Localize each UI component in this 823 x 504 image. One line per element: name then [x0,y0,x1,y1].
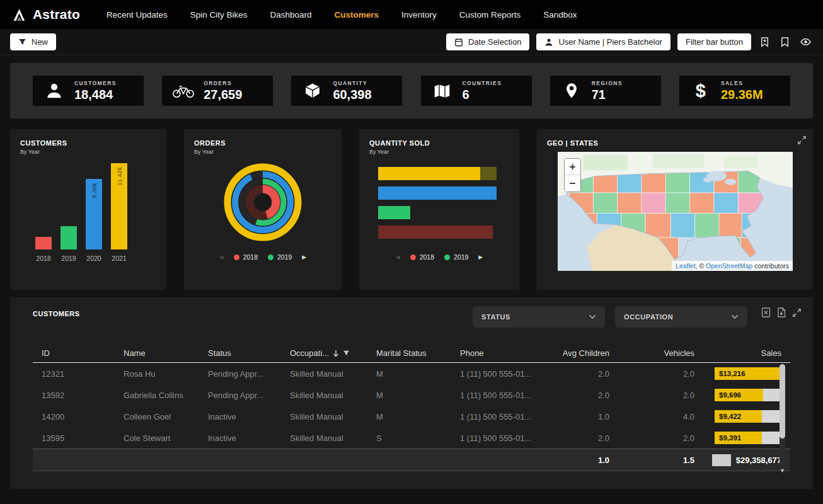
date-selection-button[interactable]: Date Selection [446,33,530,50]
zoom-in-button[interactable]: + [565,159,580,175]
zoom-out-button[interactable]: − [565,175,580,192]
cell-phone: 1 (11) 500 555-01... [460,412,548,421]
hbar-2019[interactable] [378,206,497,219]
nav-recent-updates[interactable]: Recent Updates [106,10,168,20]
openstreetmap-link[interactable]: OpenStreetMap [706,262,752,270]
bar-value-label: 9.30k [91,183,98,198]
table-scrollbar[interactable] [780,364,785,467]
status-filter-dropdown[interactable]: STATUS [473,306,605,328]
filter-bar-label: Filter bar button [686,37,743,47]
table-row[interactable]: 13595Cole StewartInactiveSkilled ManualS… [33,427,790,449]
export-file-button[interactable] [777,307,786,318]
eye-icon [800,37,812,47]
legend-item-2019[interactable]: 2019 [444,253,468,261]
nav-sandbox[interactable]: Sandbox [543,10,577,20]
kpi-value: 18,484 [74,88,117,102]
legend-prev-arrow[interactable]: ◀ [396,254,400,260]
kpi-strip: CUSTOMERS 18,484 ORDERS 27,659 QUANTITY … [10,63,813,118]
hbar-2018[interactable] [378,226,497,239]
col-sales[interactable]: Sales [694,348,790,358]
bookmark-add-button[interactable] [758,35,771,49]
legend-item-2018[interactable]: 2018 [234,253,258,261]
attribution-suffix: contributors [752,262,789,270]
dollar-icon: $ [689,81,712,101]
kpi-label: REGIONS [592,80,623,86]
kpi-orders[interactable]: ORDERS 27,659 [162,76,273,106]
hbar-2020[interactable] [378,186,497,200]
legend-prev-arrow[interactable]: ◀ [219,254,224,260]
cell-marital-status: S [376,433,460,443]
user-button[interactable]: User Name | Piers Batchelor [536,33,670,50]
col-avg-children[interactable]: Avg Children [548,348,609,358]
kpi-quantity[interactable]: QUANTITY 60,398 [291,76,402,106]
orders-legend: ◀20182019▶ [184,253,342,261]
cell-id: 12321 [33,369,124,379]
sort-descending-icon[interactable] [333,350,339,357]
customers-by-year-panel: CUSTOMERS By Year 201820199.30k202011.42… [10,129,166,290]
scroll-down-arrow[interactable]: ▼ [780,467,785,474]
nav-spin-city-bikes[interactable]: Spin City Bikes [190,10,248,20]
bar-value-label: 11.42k [116,167,123,186]
col-phone[interactable]: Phone [460,348,548,358]
kpi-label: ORDERS [204,80,242,86]
col-marital-status[interactable]: Marital Status [376,348,460,358]
cell-avg-children: 2.0 [548,391,609,400]
col-id[interactable]: ID [33,348,124,358]
legend-dot [234,255,239,260]
filter-bar-button[interactable]: Filter bar button [677,33,751,50]
expand-icon[interactable] [792,308,802,318]
geo-map[interactable]: + − Leaflet, © OpenStreetMap contributor… [558,152,793,271]
nav-inventory[interactable]: Inventory [401,10,437,20]
brand[interactable]: Astrato [11,7,80,23]
cell-avg-children: 1.0 [548,412,609,421]
x-axis-label: 2019 [61,255,76,262]
table-row[interactable]: 12321Rosa HuPending Appr...Skilled Manua… [33,363,790,384]
nav-customers[interactable]: Customers [335,10,379,20]
leaflet-link[interactable]: Leaflet [676,262,696,270]
kpi-regions[interactable]: REGIONS 71 [550,76,661,106]
orders-donut-chart[interactable] [219,158,307,246]
nav-dashboard[interactable]: Dashboard [270,10,312,20]
legend-item-2019[interactable]: 2019 [268,253,292,261]
bar-2021[interactable]: 11.42k2021 [111,152,127,262]
col-vehicles[interactable]: Vehicles [609,348,694,358]
cell-marital-status: M [376,412,460,421]
cell-vehicles: 2.0 [609,433,694,443]
kpi-countries[interactable]: COUNTRIES 6 [421,76,532,106]
bar-2018[interactable]: 2018 [35,152,52,262]
table-row[interactable]: 13592Gabriella CollinsPending Appr...Ski… [33,384,790,406]
x-axis-label: 2018 [36,255,50,262]
legend-item-2018[interactable]: 2018 [410,253,434,261]
cell-sales: $9,696 [694,389,790,401]
bar-2020[interactable]: 9.30k2020 [86,152,102,262]
expand-icon[interactable] [797,135,807,145]
kpi-label: CUSTOMERS [74,80,117,86]
bar-2019[interactable]: 2019 [60,152,77,262]
cell-phone: 1 (11) 500 555-01... [460,391,548,400]
panel-subtitle: By Year [359,149,519,155]
legend-next-arrow[interactable]: ▶ [302,254,306,260]
export-excel-button[interactable] [761,307,771,318]
hbar-2021[interactable] [378,167,497,180]
table-row[interactable]: 14200Colleen GoelInactiveSkilled ManualM… [33,406,790,427]
col-status[interactable]: Status [208,348,290,358]
bookmark-button[interactable] [778,35,791,49]
eye-button[interactable] [798,35,813,49]
new-filter-button[interactable]: New [10,33,56,50]
cell-vehicles: 2.0 [609,391,694,400]
nav-custom-reports[interactable]: Custom Reports [459,10,521,20]
cell-occupation: Skilled Manual [290,369,376,379]
legend-next-arrow[interactable]: ▶ [478,254,483,260]
cell-sales: $9,422 [694,410,790,423]
user-icon [544,38,553,47]
occupation-filter-dropdown[interactable]: OCCUPATION [615,306,747,328]
kpi-value: 29.36M [721,88,763,102]
kpi-sales[interactable]: $ SALES 29.36M [679,76,790,106]
scrollbar-thumb[interactable] [780,364,785,438]
kpi-customers[interactable]: CUSTOMERS 18,484 [33,76,144,106]
col-occupation[interactable]: Occupati... [290,348,376,358]
customers-bar-chart: 201820199.30k202011.42k2021 [35,152,127,262]
column-filter-icon[interactable] [343,350,350,357]
col-name[interactable]: Name [124,348,208,358]
astrato-logo-icon [11,7,27,23]
